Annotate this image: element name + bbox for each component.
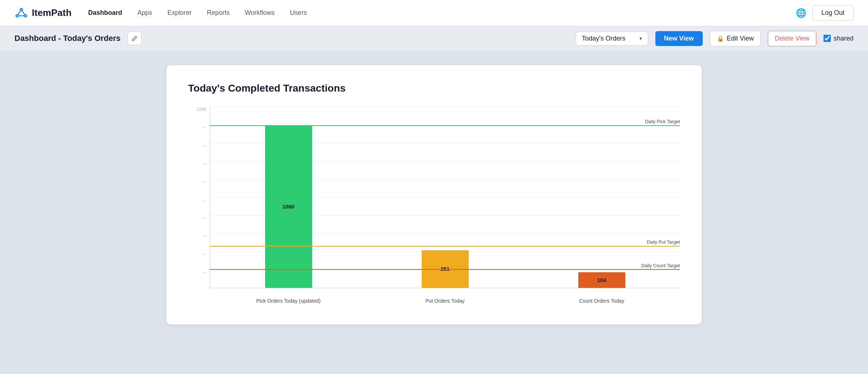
y-tick: – (188, 198, 209, 202)
y-tick: – (188, 270, 209, 274)
ref-line-label-1: Daily Put Target (647, 239, 680, 245)
svg-point-8 (25, 14, 27, 17)
nav-links: Dashboard Apps Explorer Reports Workflow… (82, 6, 796, 20)
bar-value: 104 (597, 277, 606, 283)
ref-line-label-0: Daily Pick Target (645, 119, 680, 124)
shared-checkbox[interactable] (824, 35, 831, 42)
y-tick: – (188, 252, 209, 256)
y-tick: – (188, 216, 209, 220)
svg-line-3 (17, 9, 21, 16)
globe-icon[interactable]: 🌐 (796, 8, 807, 18)
nav-right: 🌐 Log Out (796, 5, 854, 21)
new-view-button[interactable]: New View (655, 31, 703, 46)
ref-line-1 (210, 246, 680, 247)
bar-group: 104Count Orders Today (523, 107, 680, 288)
bar: 104Count Orders Today (578, 272, 625, 288)
main-content: Today's Completed Transactions –––––––––… (0, 51, 868, 339)
bar-label: Count Orders Today (579, 298, 624, 304)
delete-view-button[interactable]: Delete View (768, 31, 816, 46)
y-tick: – (188, 161, 209, 166)
bar: 1080Pick Orders Today (updated) (265, 125, 312, 288)
y-tick: – (188, 125, 209, 130)
view-selector[interactable]: Today's Orders ▾ (576, 31, 648, 46)
bar-group: 1080Pick Orders Today (updated) (210, 107, 367, 288)
ref-line-2 (210, 269, 680, 270)
bars-container: 1080Pick Orders Today (updated)251Put Or… (210, 107, 680, 288)
y-tick: – (188, 180, 209, 184)
bar-label: Pick Orders Today (updated) (256, 298, 321, 304)
bar-group: 251Put Orders Today (367, 107, 523, 288)
bar-value: 1080 (282, 203, 294, 210)
y-tick: 1200 (188, 107, 209, 112)
chart-card: Today's Completed Transactions –––––––––… (166, 65, 702, 324)
y-tick: – (188, 234, 209, 238)
nav-dashboard[interactable]: Dashboard (82, 6, 128, 20)
logo-icon (14, 6, 28, 20)
shared-container: shared (824, 35, 854, 42)
ref-line-label-2: Daily Count Target (641, 263, 680, 268)
nav-apps[interactable]: Apps (132, 6, 158, 20)
y-axis: –––––––––1200 (188, 107, 209, 288)
svg-line-4 (21, 9, 25, 16)
shared-label: shared (834, 35, 854, 42)
nav-explorer[interactable]: Explorer (162, 6, 197, 20)
svg-point-7 (16, 14, 18, 17)
logout-button[interactable]: Log Out (812, 5, 854, 21)
nav-users[interactable]: Users (284, 6, 313, 20)
chart-area: –––––––––1200 1080Pick Orders Today (upd… (188, 107, 680, 310)
nav-reports[interactable]: Reports (201, 6, 235, 20)
chart-title: Today's Completed Transactions (188, 83, 680, 94)
lock-icon: 🔒 (717, 35, 724, 42)
y-tick: – (188, 143, 209, 148)
page-title: Dashboard - Today's Orders (14, 34, 120, 43)
subheader: Dashboard - Today's Orders Today's Order… (0, 26, 868, 51)
logo-text: ItemPath (32, 7, 72, 18)
svg-point-6 (20, 8, 22, 10)
edit-title-button[interactable] (128, 31, 141, 45)
view-selector-value: Today's Orders (582, 35, 635, 42)
chevron-down-icon: ▾ (639, 35, 642, 41)
pencil-icon (132, 35, 137, 41)
edit-view-label: Edit View (727, 35, 754, 42)
bar-label: Put Orders Today (425, 298, 465, 304)
navbar: ItemPath Dashboard Apps Explorer Reports… (0, 0, 868, 26)
logo: ItemPath (14, 6, 72, 20)
nav-workflows[interactable]: Workflows (239, 6, 281, 20)
ref-line-0 (210, 125, 680, 126)
edit-view-button[interactable]: 🔒 Edit View (710, 31, 761, 46)
